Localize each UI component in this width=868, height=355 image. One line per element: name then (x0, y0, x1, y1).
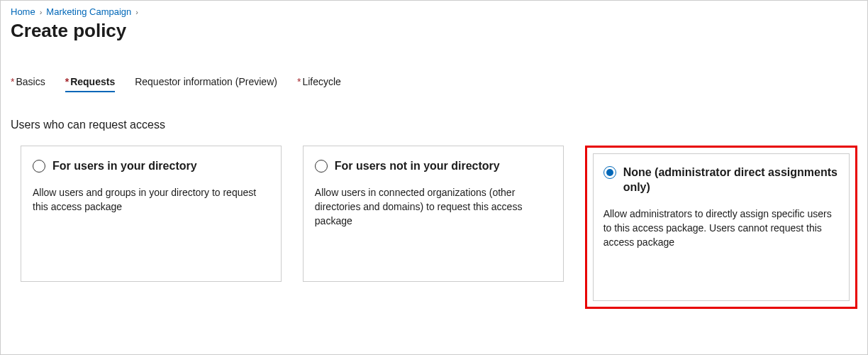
breadcrumb-home[interactable]: Home (11, 6, 35, 17)
option-none[interactable]: None (administrator direct assignments o… (593, 153, 850, 301)
tab-label: Basics (16, 76, 45, 87)
tab-requestor-info[interactable]: Requestor information (Preview) (135, 76, 277, 92)
section-heading: Users who can request access (11, 119, 857, 131)
chevron-right-icon: › (135, 8, 138, 16)
tabs: *Basics *Requests Requestor information … (11, 76, 857, 92)
tab-requests[interactable]: *Requests (65, 76, 115, 92)
required-asterisk: * (65, 76, 69, 87)
radio-not-in-directory[interactable] (315, 160, 328, 173)
required-asterisk: * (11, 76, 14, 87)
breadcrumb: Home › Marketing Campaign › (11, 6, 857, 17)
page-title: Create policy (11, 20, 857, 42)
option-desc: Allow administrators to directly assign … (603, 207, 839, 250)
option-title: For users not in your directory (335, 159, 500, 174)
breadcrumb-campaign[interactable]: Marketing Campaign (46, 6, 131, 17)
option-desc: Allow users and groups in your directory… (33, 185, 269, 214)
required-asterisk: * (297, 76, 301, 87)
tab-lifecycle[interactable]: *Lifecycle (297, 76, 341, 92)
option-title: For users in your directory (52, 159, 197, 174)
option-none-highlight: None (administrator direct assignments o… (585, 146, 857, 309)
option-title: None (administrator direct assignments o… (623, 165, 839, 195)
option-not-in-directory[interactable]: For users not in your directory Allow us… (303, 146, 564, 282)
tab-label: Requests (70, 76, 115, 87)
tab-label: Lifecycle (302, 76, 340, 87)
tab-label: Requestor information (Preview) (135, 76, 277, 87)
option-in-directory[interactable]: For users in your directory Allow users … (21, 146, 282, 282)
radio-in-directory[interactable] (33, 160, 45, 173)
chevron-right-icon: › (40, 8, 43, 16)
tab-basics[interactable]: *Basics (11, 76, 45, 92)
options-row: For users in your directory Allow users … (11, 146, 857, 309)
option-desc: Allow users in connected organizations (… (315, 185, 552, 229)
radio-none[interactable] (603, 166, 616, 179)
